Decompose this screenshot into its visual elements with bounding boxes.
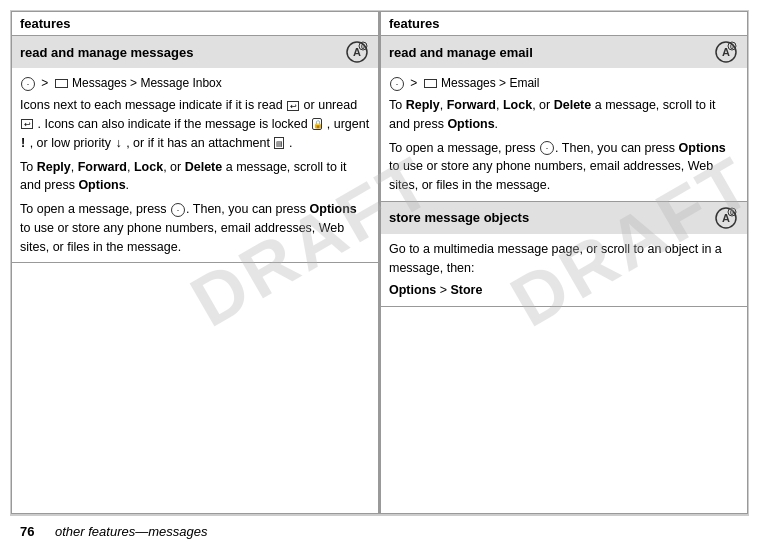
right-nav-text1: Messages > Email [441,76,539,90]
page-wrapper: DRAFT DRAFT features read and manage mes… [0,0,759,547]
attachment-icon: ▤ [274,137,284,149]
right-para2: To open a message, press ·. Then, you ca… [389,139,739,195]
msg-read-icon: ↩ [287,101,299,111]
left-column: features read and manage messages A 0 [11,11,379,514]
right-nav-path1: · > Messages > Email [389,74,739,92]
left-section-messages: read and manage messages A 0 [12,36,378,263]
right-store-nav: Options > Store [389,281,739,300]
page-footer: 76 other features—messages [10,515,749,547]
right-section2-content: Go to a multimedia message page, or scro… [381,234,747,306]
left-para2: To Reply, Forward, Lock, or Delete a mes… [20,158,370,196]
content-area: features read and manage messages A 0 [10,10,749,515]
envelope-icon-left [55,79,68,88]
svg-text:0: 0 [361,43,365,50]
right-section1-header: read and manage email A 0 [381,36,747,68]
right-para1: To Reply, Forward, Lock, or Delete a mes… [389,96,739,134]
left-nav-path: · > Messages > Message Inbox [20,74,370,92]
left-para1: Icons next to each message indicate if i… [20,96,370,153]
envelope-icon-right [424,79,437,88]
svg-text:0: 0 [730,209,734,216]
circle-bullet-left: · [21,77,35,91]
left-column-header: features [12,12,378,36]
circle-bullet-right2: · [540,141,554,155]
right-section-store: store message objects A 0 Go to a multim… [381,202,747,307]
left-para3: To open a message, press ·. Then, you ca… [20,200,370,256]
right-store-para1: Go to a multimedia message page, or scro… [389,240,739,278]
svg-text:0: 0 [730,43,734,50]
lock-inline-icon: 🔒 [312,118,322,130]
right-feature-icon1: A 0 [713,41,739,63]
right-feature-icon2: A 0 [713,207,739,229]
right-column-header: features [381,12,747,36]
footer-text: other features—messages [55,524,207,539]
nav-arrow-r1: > [410,76,417,90]
left-section-content: · > Messages > Message Inbox Icons next … [12,68,378,262]
circle-bullet-left2: · [171,203,185,217]
page-number: 76 [20,524,45,539]
left-section-header: read and manage messages A 0 [12,36,378,68]
left-nav-text: Messages > Message Inbox [72,76,222,90]
circle-bullet-right1: · [390,77,404,91]
nav-arrow-1: > [41,76,48,90]
right-section1-title: read and manage email [389,45,533,60]
low-priority-icon: ↓ [115,134,121,153]
right-section-email: read and manage email A 0 · [381,36,747,202]
left-feature-icon: A 0 [344,41,370,63]
left-section-title: read and manage messages [20,45,193,60]
right-section2-title: store message objects [389,210,529,225]
right-column: features read and manage email A 0 [379,11,748,514]
right-section1-content: · > Messages > Email To Reply, Forward, … [381,68,747,201]
msg-unread-icon: ↩ [21,119,33,129]
urgent-icon: ! [21,134,25,153]
right-section2-header: store message objects A 0 [381,202,747,234]
